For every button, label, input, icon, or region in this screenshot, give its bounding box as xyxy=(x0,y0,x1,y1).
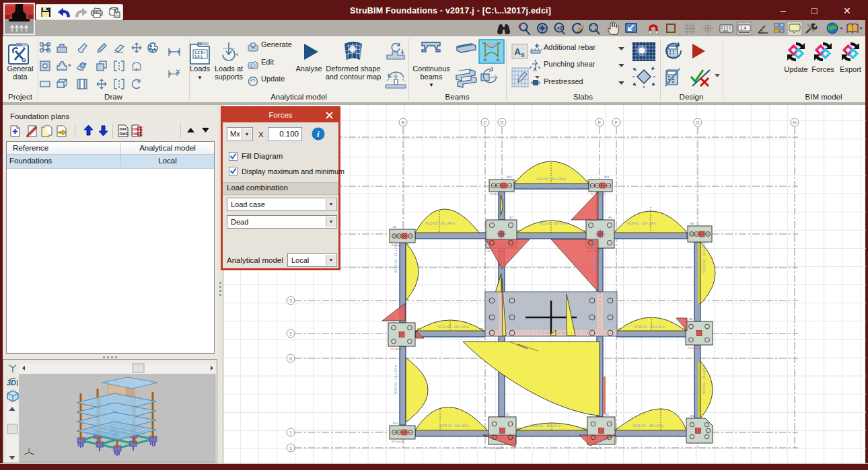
svg-text:DXF: DXF xyxy=(133,127,141,131)
svg-text:DXF: DXF xyxy=(120,127,128,131)
svg-text:D: D xyxy=(500,120,503,125)
svg-text:B5: B5 xyxy=(690,414,694,418)
svg-text:B1: B1 xyxy=(506,413,510,416)
svg-text:B12: B12 xyxy=(604,175,610,179)
svg-text:VC2-V1 - 18 x 24 in: VC2-V1 - 18 x 24 in xyxy=(425,221,455,225)
svg-text:B9: B9 xyxy=(608,216,612,219)
svg-text:i: i xyxy=(317,129,320,139)
svg-text:VC12-V1 - 18 x 24 in: VC12-V1 - 18 x 24 in xyxy=(702,241,706,273)
svg-text:VC5-V1 - 18 x 24 in: VC5-V1 - 18 x 24 in xyxy=(627,221,657,225)
svg-text:1.6 L: 1.6 L xyxy=(194,54,203,58)
svg-text:VC15-V1 - 18 x 24 in: VC15-V1 - 18 x 24 in xyxy=(634,325,665,329)
svg-text:B7: B7 xyxy=(509,216,513,219)
svg-text:C: C xyxy=(483,120,486,125)
svg-text:VC14-V1 - 18 x 24 in: VC14-V1 - 18 x 24 in xyxy=(592,238,596,270)
svg-text:B: B xyxy=(402,120,405,125)
svg-text:DWG: DWG xyxy=(120,132,129,136)
svg-text:B8: B8 xyxy=(689,317,693,321)
svg-text:11.2 kips·ft: 11.2 kips·ft xyxy=(487,249,501,253)
svg-text:3D: 3D xyxy=(7,379,16,387)
svg-text:VC8-V1 - 18 x 24 in: VC8-V1 - 18 x 24 in xyxy=(394,364,398,394)
svg-text:B13: B13 xyxy=(507,175,512,179)
svg-text:VC13-V1 - 18 x 24 in: VC13-V1 - 18 x 24 in xyxy=(437,325,469,329)
svg-text:10.8 kips·ft: 10.8 kips·ft xyxy=(589,446,602,450)
svg-text:A: A xyxy=(514,46,521,57)
svg-text:2: 2 xyxy=(289,331,292,336)
svg-text:B3: B3 xyxy=(392,319,396,322)
svg-text:VC11-V1 - 18 x 24 in: VC11-V1 - 18 x 24 in xyxy=(632,424,663,428)
svg-text:VC9-V1 - 18 x 24 in: VC9-V1 - 18 x 24 in xyxy=(440,424,470,428)
svg-text:VC4-V1 - 18 x 24 in: VC4-V1 - 18 x 24 in xyxy=(536,177,566,181)
svg-text:9.6 kips·ft: 9.6 kips·ft xyxy=(390,347,402,350)
svg-text:s: s xyxy=(521,51,525,58)
svg-text:H: H xyxy=(793,120,796,125)
svg-text:1: 1 xyxy=(289,446,292,451)
svg-text:9.6 kips·ft: 9.6 kips·ft xyxy=(688,346,700,350)
svg-text:1.4: 1.4 xyxy=(740,26,746,30)
svg-text:G: G xyxy=(696,120,699,125)
svg-text:B10: B10 xyxy=(393,422,398,425)
svg-text:VC3-V1 - 18 x 24 in: VC3-V1 - 18 x 24 in xyxy=(702,364,706,394)
svg-text:B6: B6 xyxy=(690,222,694,225)
svg-text:VC1-V1 - 18 x 24 in: VC1-V1 - 18 x 24 in xyxy=(540,221,569,225)
svg-text:8.4 kips·ft: 8.4 kips·ft xyxy=(392,440,404,443)
svg-text:1: 1 xyxy=(289,430,292,435)
svg-text:13.11 kips·ft: 13.11 kips·ft xyxy=(490,192,505,196)
svg-text:VC10-V1 - 18 x 24 in: VC10-V1 - 18 x 24 in xyxy=(530,424,561,428)
svg-text:B4: B4 xyxy=(393,225,397,229)
svg-text:x2: x2 xyxy=(557,26,563,30)
svg-text:3: 3 xyxy=(289,299,292,303)
svg-text:8.4 kips·ft: 8.4 kips·ft xyxy=(392,243,404,247)
svg-text:10.8 kips·ft: 10.8 kips·ft xyxy=(490,446,503,450)
svg-text:11.2 kips·ft: 11.2 kips·ft xyxy=(587,249,601,253)
svg-text:13.11 kips·ft: 13.11 kips·ft xyxy=(591,192,606,196)
svg-text:E: E xyxy=(598,120,602,125)
svg-text:6: 6 xyxy=(289,356,292,361)
svg-text:F: F xyxy=(615,120,618,125)
svg-text:B2: B2 xyxy=(606,413,610,416)
